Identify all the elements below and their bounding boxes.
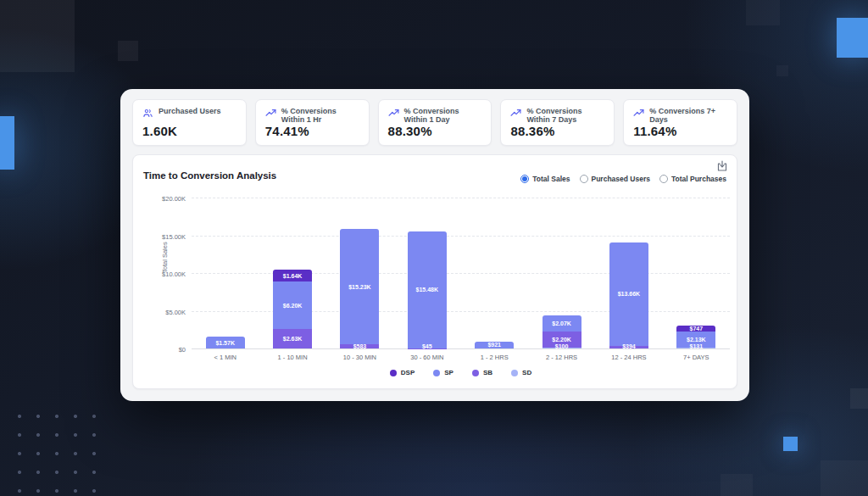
trend-up-icon [388, 107, 399, 122]
bar-segment-dsp[interactable]: $1.64K [273, 270, 312, 282]
stacked-bar-30-60-min[interactable]: $45$15.48K [408, 231, 447, 348]
legend-swatch-icon [511, 370, 518, 376]
kpi-value: 88.36% [510, 124, 604, 138]
bar-segment-sb[interactable]: $45 [408, 348, 447, 349]
bar-segment-sd[interactable]: $131 [676, 348, 715, 348]
kpi-label: % Conversions Within 1 Day [404, 107, 482, 124]
kpi-card-header: % Conversions 7+ Days [633, 107, 727, 124]
bar-segment-sp[interactable]: $15.48K [408, 231, 447, 348]
stacked-bar-12-24-hrs[interactable]: $394$13.66K [609, 242, 648, 348]
radio-unselected-icon[interactable] [659, 175, 668, 183]
radio-unselected-icon[interactable] [580, 175, 588, 183]
radio-option-total-purchases[interactable]: Total Purchases [659, 175, 726, 183]
radio-option-total-sales[interactable]: Total Sales [520, 175, 570, 183]
decor-square [721, 474, 753, 496]
x-axis-label: 7+ DAYS [663, 354, 730, 361]
legend-label: DSP [401, 369, 415, 376]
x-axis-label: 30 - 60 MIN [393, 354, 460, 361]
legend-label: SB [483, 369, 492, 376]
bar-segment-sp[interactable]: $6.20K [273, 281, 312, 328]
kpi-card-purchased-users: Purchased Users1.60K [132, 99, 247, 146]
bar-segment-sp[interactable]: $13.66K [609, 242, 648, 346]
bar-segment-value: $45 [408, 343, 447, 349]
bar-segment-value: $100 [542, 343, 581, 349]
bar-segment-sp[interactable]: $921 [475, 342, 514, 348]
bar-segment-value: $394 [609, 343, 648, 349]
legend-swatch-icon [433, 370, 440, 376]
bar-segment-sb[interactable]: $2.63K [273, 329, 312, 348]
radio-selected-icon[interactable] [520, 175, 529, 183]
stacked-bar-2-12-hrs[interactable]: $100$2.20K$2.07K [542, 315, 581, 348]
stacked-bar-7+-days[interactable]: $131$2.13K$747 [676, 326, 715, 348]
bar-segment-sp[interactable]: $15.23K [340, 229, 379, 344]
decor-square-blue [783, 437, 798, 451]
kpi-card-conversions-1day: % Conversions Within 1 Day88.30% [378, 99, 492, 146]
kpi-row: Purchased Users1.60K% Conversions Within… [132, 99, 737, 146]
kpi-card-conversions-7plus-days: % Conversions 7+ Days11.64% [623, 99, 737, 146]
gridline: $0 [192, 348, 730, 349]
decor-square [118, 41, 138, 61]
bar-segment-value: $131 [676, 343, 715, 349]
y-axis-tick: $0 [179, 346, 186, 354]
bar-segment-value: $2.20K [552, 337, 571, 343]
dot-grid-pattern [3, 400, 101, 496]
x-axis-label: 1 - 2 HRS [461, 354, 528, 361]
bar-segment-value: $2.07K [552, 320, 571, 326]
stacked-bar-10-30-min[interactable]: $583$15.23K [340, 229, 379, 348]
bar-segment-sp[interactable]: $2.07K [542, 315, 581, 331]
bar-segment-sb[interactable]: $583 [340, 344, 379, 348]
bar-segment-value: $583 [340, 343, 379, 349]
legend-item-sd[interactable]: SD [511, 369, 531, 376]
kpi-card-header: % Conversions Within 1 Hr [265, 107, 359, 124]
chart-view-radio-group: Total SalesPurchased UsersTotal Purchase… [520, 175, 726, 183]
legend-swatch-icon [390, 370, 397, 376]
y-axis-tick: $5.00K [165, 308, 186, 315]
bar-segment-value: $1.64K [283, 273, 303, 279]
legend-item-sp[interactable]: SP [433, 369, 453, 376]
stacked-bar-1-10-min[interactable]: $2.63K$6.20K$1.64K [273, 270, 312, 348]
trend-up-icon [265, 107, 276, 122]
legend-item-sb[interactable]: SB [472, 369, 492, 376]
decor-square-blue [0, 116, 14, 170]
kpi-card-header: % Conversions Within 1 Day [388, 107, 482, 124]
trend-up-icon [633, 107, 644, 122]
kpi-value: 1.60K [142, 124, 236, 138]
x-axis-label: 12 - 24 HRS [595, 354, 662, 361]
decor-square [850, 388, 868, 409]
x-axis-label: 10 - 30 MIN [326, 354, 393, 361]
chart-title: Time to Conversion Analysis [143, 170, 276, 181]
gridline: $15.00K [192, 236, 730, 237]
kpi-value: 88.30% [388, 124, 482, 138]
chart-legend: DSPSPSBSD [192, 369, 730, 376]
stacked-bar--1-min[interactable]: $1.57K [206, 337, 245, 348]
decor-square [821, 460, 868, 496]
decor-square [0, 0, 75, 72]
radio-option-purchased-users[interactable]: Purchased Users [580, 175, 650, 183]
decor-square [746, 0, 780, 25]
bar-segment-value: $6.20K [283, 303, 303, 309]
users-icon [142, 107, 153, 122]
y-axis-tick: $15.00K [162, 232, 186, 240]
bar-segment-sp[interactable]: $1.57K [206, 337, 245, 348]
kpi-label: % Conversions Within 7 Days [526, 107, 604, 124]
legend-label: SP [444, 369, 453, 376]
export-icon[interactable] [715, 159, 729, 173]
kpi-card-header: % Conversions Within 7 Days [510, 107, 604, 124]
chart-card: Time to Conversion Analysis Total SalesP… [132, 154, 737, 389]
bar-segment-dsp[interactable]: $747 [676, 326, 715, 332]
decor-square [776, 65, 788, 76]
radio-label: Total Sales [532, 175, 570, 183]
bar-segment-value: $15.23K [348, 284, 370, 290]
legend-swatch-icon [472, 370, 479, 376]
bar-segment-sb[interactable]: $394 [609, 346, 648, 349]
bar-segment-value: $921 [487, 342, 501, 348]
kpi-card-conversions-1hr: % Conversions Within 1 Hr74.41% [255, 99, 370, 146]
stacked-bar-1-2-hrs[interactable]: $921 [475, 342, 514, 348]
decor-square-blue [837, 18, 868, 58]
legend-item-dsp[interactable]: DSP [390, 369, 415, 376]
trend-up-icon [510, 107, 521, 122]
bar-segment-value: $2.13K [687, 337, 706, 343]
radio-label: Total Purchases [671, 175, 726, 183]
bar-segment-value: $13.66K [618, 291, 640, 297]
bar-segment-sd[interactable]: $100 [542, 348, 581, 348]
